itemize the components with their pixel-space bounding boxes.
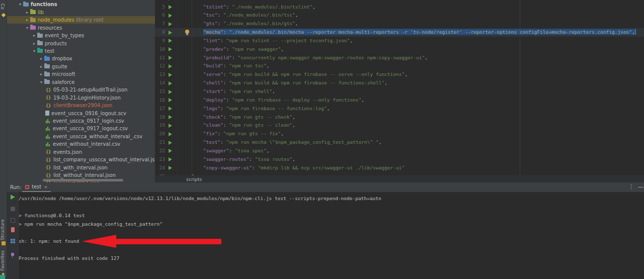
editor-code-line[interactable]: 6 "tsc": "./node_modules/.bin/tsc",	[155, 11, 644, 20]
run-tab-test[interactable]: test ×	[22, 182, 51, 192]
editor-code-line[interactable]: 11 "prebuild": "concurrently npm:swagger…	[155, 54, 644, 62]
editor-code-line[interactable]: 15 "start": "npm run shell",	[155, 87, 644, 96]
chevron-right-icon[interactable]: ▸	[31, 33, 37, 38]
code-text[interactable]: "build": "npm run tsc",	[180, 62, 269, 70]
tree-item[interactable]: ▸event_by_types	[7, 32, 155, 40]
run-script-icon[interactable]	[169, 22, 172, 26]
tool-button-structure[interactable]: Structure	[0, 219, 7, 240]
breadcrumb[interactable]: scripts	[155, 175, 644, 182]
tree-item[interactable]: ▾saleforce	[7, 78, 155, 86]
structure-icon[interactable]	[2, 241, 6, 245]
run-script-icon[interactable]	[169, 14, 172, 18]
tree-item[interactable]: ▾functions	[7, 1, 155, 9]
run-script-icon[interactable]	[169, 90, 172, 94]
run-script-icon[interactable]	[169, 107, 172, 111]
tree-item[interactable]: event_without_interval.csv	[7, 140, 155, 148]
run-script-icon[interactable]	[169, 115, 172, 119]
editor-code-line[interactable]: 7 "gts": "./node_modules/.bin/gts",	[155, 20, 644, 28]
tree-item[interactable]: {}list_without_interval.json	[7, 171, 155, 179]
tool-button-favorites[interactable]: Favorites	[0, 250, 7, 272]
editor-code-line[interactable]: 20 "fix": "npm run gts -- fix",	[155, 130, 644, 138]
chevron-down-icon[interactable]: ▾	[31, 49, 37, 53]
tree-item[interactable]: {}05-03-21-setupAuditTrail.json	[7, 86, 155, 94]
editor-code-line[interactable]: 24 "copy-swagger-ui": "mkdirp lib && ncp…	[155, 164, 644, 172]
tree-item[interactable]: event_usscca_without_interval_.csv	[7, 133, 155, 141]
code-text[interactable]: "clean": "npm run gts -- clean",	[180, 121, 295, 130]
tree-item[interactable]: event_uscca_0917_login.csv	[7, 117, 155, 125]
tree-item[interactable]: ▸node_moduleslibrary root	[7, 16, 155, 24]
run-script-icon[interactable]	[169, 39, 172, 43]
suspend-icon[interactable]	[11, 227, 15, 232]
editor-code-line[interactable]: 17 "logs": "npm run firebase -- function…	[155, 105, 644, 113]
tree-item[interactable]: ▸dropbox	[7, 55, 155, 63]
editor-code-line[interactable]: 19 "clean": "npm run gts -- clean",	[155, 121, 644, 130]
code-text[interactable]: "mocha": "./node_modules/.bin/mocha --re…	[180, 28, 636, 37]
tree-item[interactable]: ▾resources	[7, 24, 155, 32]
run-script-icon[interactable]	[169, 157, 172, 161]
tree-item[interactable]: ▸microsoft	[7, 70, 155, 78]
more-options-icon[interactable]: ⋮	[628, 183, 634, 190]
frame-icon[interactable]	[11, 218, 15, 223]
hide-panel-icon[interactable]: —	[638, 183, 643, 190]
editor-code-line[interactable]: 21 "test": "npm run mocha \"$npm_package…	[155, 138, 644, 147]
run-script-icon[interactable]	[169, 73, 172, 77]
editor[interactable]: 45 "tslint": "./node_modules/.bin/tslint…	[155, 0, 644, 175]
chevron-right-icon[interactable]: ▸	[24, 10, 30, 15]
chevron-right-icon[interactable]: ▸	[38, 72, 44, 76]
chevron-down-icon[interactable]: ▾	[17, 2, 23, 7]
code-text[interactable]: "swagger": "tsoa spec",	[180, 147, 269, 155]
editor-code-line[interactable]: 5 "tslint": "./node_modules/.bin/tslint"…	[155, 3, 644, 12]
restore-layout-icon[interactable]	[11, 239, 13, 241]
code-text[interactable]: "predev": "npm run swagger",	[180, 45, 284, 54]
run-script-icon[interactable]	[169, 132, 172, 136]
tree-horizontal-scrollbar[interactable]	[43, 179, 123, 181]
tree-item[interactable]: {}19-03-21-LoginHistory.json	[7, 94, 155, 102]
run-script-icon[interactable]	[169, 0, 172, 1]
code-text[interactable]: "test": "npm run mocha \"$npm_package_co…	[180, 138, 381, 147]
run-script-icon[interactable]	[169, 5, 172, 9]
code-text[interactable]: "gts": "./node_modules/.bin/gts",	[180, 20, 298, 28]
chevron-right-icon[interactable]: ▸	[31, 41, 37, 46]
chevron-down-icon[interactable]: ▾	[38, 80, 44, 84]
tree-item[interactable]: ▸lib	[7, 8, 155, 16]
tree-item[interactable]: event_uscca_0917_logout.csv	[7, 125, 155, 133]
tree-item[interactable]: {}events.json	[7, 148, 155, 156]
tree-item[interactable]: {}clientBrowser2904.json	[7, 102, 155, 110]
tool-button-commit[interactable]: Co	[0, 1, 7, 12]
editor-code-line[interactable]: 18 "check": "npm run gts -- check",	[155, 113, 644, 122]
code-text[interactable]: "copy-swagger-ui": "mkdirp lib && ncp sr…	[180, 164, 405, 172]
editor-code-line[interactable]: 16 "deploy": "npm run firebase -- deploy…	[155, 96, 644, 105]
code-text[interactable]: "deploy": "npm run firebase -- deploy --…	[180, 96, 364, 105]
tree-item[interactable]: ▸products	[7, 39, 155, 47]
rerun-icon[interactable]	[11, 195, 15, 200]
diamond-icon[interactable]	[2, 13, 6, 17]
editor-code-line[interactable]: 13 "serve": "npm run build && npm run fi…	[155, 70, 644, 79]
code-text[interactable]: "tslint": "./node_modules/.bin/tslint",	[180, 3, 315, 12]
tree-item[interactable]: ▾test	[7, 47, 155, 55]
tree-item[interactable]: {}list_company_usscca_without_interval.j…	[7, 156, 155, 164]
editor-code-line[interactable]: 23 "swagger-routes": "tsoa routes",	[155, 155, 644, 164]
chevron-right-icon[interactable]: ▸	[24, 18, 30, 22]
editor-code-line[interactable]: 14 "shell": "npm run build && npm run fi…	[155, 79, 644, 87]
run-script-icon[interactable]	[169, 64, 172, 68]
run-script-icon[interactable]	[169, 149, 172, 153]
run-script-icon[interactable]	[169, 124, 172, 128]
code-text[interactable]: "check": "npm run gts -- check",	[180, 113, 295, 122]
editor-code-line[interactable]: 8 "mocha": "./node_modules/.bin/mocha --…	[155, 28, 644, 37]
code-text[interactable]: "fix": "npm run gts -- fix",	[180, 130, 284, 138]
code-text[interactable]: "tsc": "./node_modules/.bin/tsc",	[180, 11, 298, 20]
code-text[interactable]: "lint": "npm run tslint -- --project tsc…	[180, 37, 353, 45]
run-script-icon[interactable]	[169, 31, 172, 35]
code-text[interactable]: "start": "npm run shell",	[180, 87, 275, 96]
tree-item[interactable]: event_uscca_0916_logout.scv	[7, 109, 155, 117]
editor-code-line[interactable]: 9 "lint": "npm run tslint -- --project t…	[155, 37, 644, 45]
editor-code-line[interactable]: 10 "predev": "npm run swagger",	[155, 45, 644, 54]
chevron-right-icon[interactable]: ▸	[38, 56, 44, 61]
close-tab-icon[interactable]: ×	[44, 184, 48, 190]
run-script-icon[interactable]	[169, 56, 172, 60]
code-text[interactable]: "swagger-routes": "tsoa routes",	[180, 155, 295, 164]
code-text[interactable]: "serve": "npm run build && npm run fireb…	[180, 70, 408, 79]
code-text[interactable]: "logs": "npm run firebase -- functions:l…	[180, 105, 330, 113]
editor-code-line[interactable]: 12 "build": "npm run tsc",	[155, 62, 644, 70]
tree-item[interactable]: ▸gsuite	[7, 63, 155, 71]
